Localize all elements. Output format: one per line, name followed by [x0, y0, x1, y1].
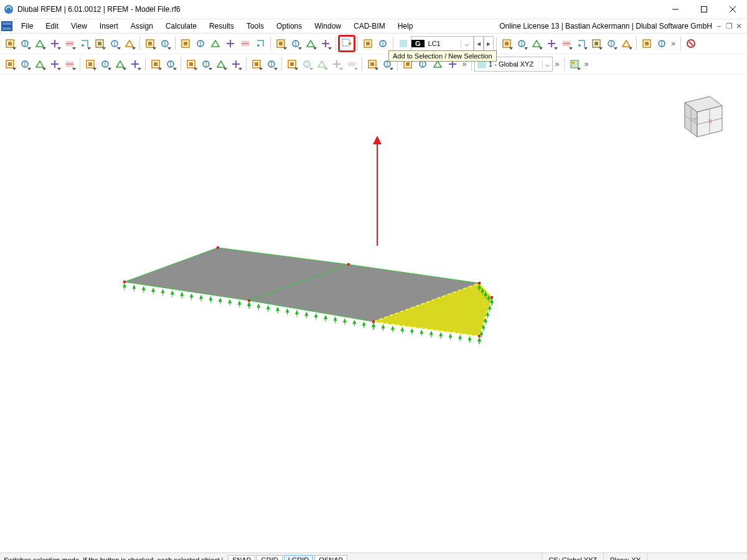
open-button[interactable] [62, 36, 77, 51]
console-button[interactable] [223, 36, 238, 51]
gen-3-button[interactable] [619, 36, 634, 51]
loadcase-dropdown-icon[interactable]: ⌵ [461, 40, 473, 48]
section1-icon [642, 39, 652, 49]
toolbar2-overflow-b[interactable]: » [553, 60, 561, 68]
menu-insert[interactable]: Insert [93, 20, 125, 32]
menu-assign[interactable]: Assign [125, 20, 159, 32]
maximize-button[interactable] [690, 0, 718, 19]
mdi-close-icon[interactable]: ✕ [735, 22, 743, 30]
grid-toggle[interactable]: GRID [256, 555, 283, 560]
mirror-button[interactable] [375, 36, 390, 51]
gen-2-button[interactable] [604, 36, 619, 51]
table1-button[interactable] [178, 36, 193, 51]
select-special-button[interactable] [318, 36, 333, 51]
section1-button[interactable] [639, 36, 654, 51]
menu-options[interactable]: Options [270, 20, 308, 32]
menu-file[interactable]: File [15, 20, 39, 32]
section2-button[interactable] [654, 36, 669, 51]
save-icon [80, 39, 90, 49]
loadcase-combo[interactable]: G LC1 ⌵ [411, 36, 474, 51]
show-loads-button[interactable] [499, 36, 514, 51]
move-copy-button[interactable] [360, 36, 375, 51]
opening-a-button[interactable] [184, 57, 199, 72]
member-a-button[interactable] [83, 57, 98, 72]
snap-toggle[interactable]: SNAP [228, 555, 255, 560]
dim-x-button[interactable] [529, 36, 544, 51]
member-d-button[interactable] [128, 57, 143, 72]
model-viewport[interactable]: -Y X [0, 75, 747, 553]
save-button[interactable] [77, 36, 92, 51]
misc-e-button[interactable] [344, 57, 359, 72]
dim-y-button[interactable] [544, 36, 559, 51]
solid-button[interactable] [214, 57, 228, 72]
select-arrow-button[interactable] [273, 36, 288, 51]
set-support-button[interactable] [228, 57, 243, 72]
line-a-button[interactable] [32, 57, 47, 72]
project-manager-button[interactable] [122, 36, 137, 51]
cs-dropdown-icon[interactable]: ⌵ [542, 60, 552, 68]
toolbar2-overflow-c[interactable]: » [582, 60, 591, 68]
dim-all-button[interactable] [574, 36, 589, 51]
cancel-button[interactable] [684, 36, 698, 51]
lc-filter-button[interactable] [396, 36, 411, 51]
osnap-toggle[interactable]: OSNAP [314, 555, 347, 560]
svg-marker-160 [286, 308, 289, 312]
surface-b-button[interactable] [163, 57, 178, 72]
new-file-button[interactable] [17, 36, 32, 51]
undo-button[interactable] [143, 36, 157, 51]
lgrid-toggle[interactable]: LGRID [284, 555, 314, 560]
gen-1-button[interactable] [589, 36, 604, 51]
table2-button[interactable] [193, 36, 208, 51]
loadcase-next-button[interactable]: ▸ [484, 36, 494, 51]
node-button[interactable] [2, 57, 17, 72]
script-button[interactable] [238, 36, 253, 51]
dim-z-button[interactable] [559, 36, 574, 51]
globe-print-button[interactable] [47, 36, 62, 51]
display-properties-button[interactable] [567, 57, 582, 72]
license-text: Online License 13 | Bastian Ackermann | … [499, 22, 715, 30]
misc-a-button[interactable] [284, 57, 299, 72]
print-graphic-button[interactable] [107, 36, 122, 51]
menu-view[interactable]: View [65, 20, 93, 32]
select-window-button[interactable] [303, 36, 318, 51]
surface-a-button[interactable] [148, 57, 163, 72]
close-button[interactable] [718, 0, 747, 19]
mdi-minimize-icon[interactable]: – [715, 22, 723, 30]
show-results-button[interactable] [514, 36, 529, 51]
misc-b-button[interactable] [299, 57, 314, 72]
member-c-button[interactable] [113, 57, 128, 72]
member-c-icon [115, 59, 125, 69]
model-check-button[interactable] [253, 36, 268, 51]
browser-button[interactable] [32, 36, 47, 51]
load-a-button[interactable] [365, 57, 380, 72]
navigator-button[interactable] [208, 36, 223, 51]
misc-c-button[interactable] [314, 57, 329, 72]
redo-button[interactable] [157, 36, 172, 51]
line-c-button[interactable] [62, 57, 77, 72]
solid-b-button[interactable] [264, 57, 279, 72]
svg-marker-124 [123, 283, 126, 287]
menu-tools[interactable]: Tools [240, 20, 270, 32]
dd-node-button[interactable] [17, 57, 32, 72]
opening-b-button[interactable] [199, 57, 214, 72]
menu-cadbim[interactable]: CAD-BIM [347, 20, 392, 32]
select-lasso-button[interactable] [288, 36, 303, 51]
line-b-button[interactable] [47, 57, 62, 72]
svg-rect-118 [478, 282, 481, 284]
solid-a-button[interactable] [249, 57, 264, 72]
navigation-cube[interactable]: -Y X [672, 87, 728, 143]
minimize-button[interactable] [661, 0, 690, 19]
toolbar1-overflow[interactable]: » [669, 39, 678, 48]
member-b-button[interactable] [98, 57, 113, 72]
menu-results[interactable]: Results [203, 20, 240, 32]
new-graphically-button[interactable] [2, 36, 17, 51]
loadcase-prev-button[interactable]: ◂ [474, 36, 484, 51]
mdi-restore-icon[interactable]: ❐ [725, 22, 733, 30]
menu-edit[interactable]: Edit [39, 20, 65, 32]
misc-d-button[interactable] [329, 57, 344, 72]
add-to-selection-button[interactable] [339, 35, 355, 52]
menu-window[interactable]: Window [308, 20, 347, 32]
print-button[interactable] [92, 36, 107, 51]
menu-calculate[interactable]: Calculate [159, 20, 203, 32]
menu-help[interactable]: Help [392, 20, 420, 32]
